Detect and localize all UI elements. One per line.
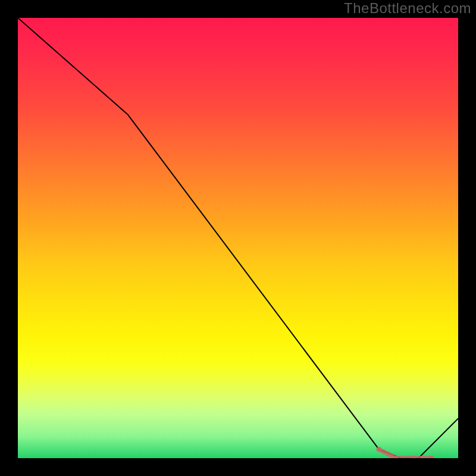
watermark-text: TheBottleneck.com bbox=[344, 0, 471, 17]
line-layer bbox=[18, 18, 458, 458]
plot-area bbox=[18, 18, 458, 458]
series-line bbox=[18, 18, 458, 458]
chart-container: TheBottleneck.com bbox=[0, 0, 476, 476]
highlight-band bbox=[377, 447, 434, 458]
svg-point-0 bbox=[377, 447, 381, 452]
